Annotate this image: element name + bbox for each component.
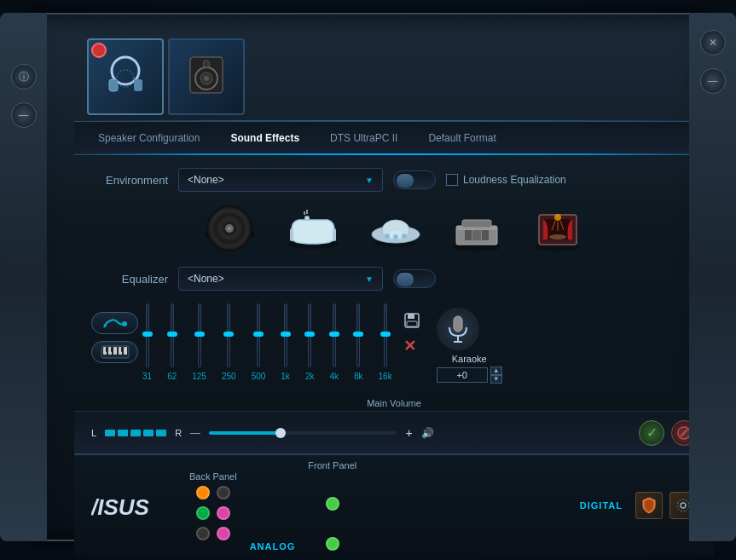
equalizer-toggle-knob — [397, 273, 414, 286]
environment-row: Environment <None> ▼ Loudness Equalizati… — [91, 168, 697, 192]
eq-slider-31[interactable] — [146, 303, 149, 367]
back-panel-dots-row3 — [196, 527, 230, 540]
back-panel-pink2-dot[interactable] — [217, 527, 230, 540]
environment-toggle[interactable] — [393, 170, 436, 189]
karaoke-value: +0 — [437, 367, 488, 383]
eq-band-125: 125 — [192, 303, 206, 381]
back-panel-green-dot[interactable] — [196, 506, 210, 520]
environment-icons — [91, 205, 697, 254]
volume-ok-btn[interactable]: ✓ — [639, 420, 664, 446]
back-panel-pink-dot[interactable] — [217, 506, 230, 520]
eq-slider-62[interactable] — [171, 303, 174, 367]
tab-speaker-config[interactable]: Speaker Configuration — [83, 128, 215, 148]
tab-dts[interactable]: DTS UltraPC II — [315, 128, 413, 148]
volume-plus-label: + — [405, 426, 412, 440]
svg-point-12 — [228, 227, 231, 230]
environment-toggle-knob — [397, 174, 414, 188]
svg-line-55 — [681, 430, 687, 436]
back-panel-black-dot[interactable] — [217, 486, 230, 499]
right-minimize-btn[interactable]: — — [700, 68, 726, 94]
eq-slider-500[interactable] — [257, 303, 260, 367]
svg-rect-29 — [465, 230, 472, 240]
top-icon-bar — [74, 27, 714, 125]
eq-knob-16k — [380, 332, 391, 337]
env-icon-bathtub[interactable] — [283, 205, 343, 254]
close-btn[interactable]: ✕ — [700, 30, 726, 55]
volume-slider[interactable] — [209, 431, 397, 435]
environment-dropdown[interactable]: <None> ▼ — [178, 168, 383, 192]
eq-piano-btn[interactable] — [91, 341, 138, 363]
eq-knob-62 — [167, 332, 177, 337]
svg-rect-46 — [111, 347, 113, 352]
svg-rect-31 — [472, 230, 481, 240]
info-btn[interactable]: ⓘ — [11, 64, 37, 89]
karaoke-mic-icon — [437, 308, 479, 350]
svg-point-24 — [402, 234, 407, 239]
speaker-tab[interactable] — [168, 38, 245, 115]
equalizer-row: Equalizer <None> ▼ — [91, 267, 697, 291]
loudness-label: Loudness Equalization — [463, 174, 566, 186]
nav-tabs: Speaker Configuration Sound Effects DTS … — [74, 121, 714, 155]
vol-seg-2 — [118, 430, 128, 436]
env-icon-ufo[interactable] — [368, 205, 424, 254]
front-panel-lime2-dot[interactable] — [326, 537, 339, 551]
bottom-right-icons — [635, 492, 697, 519]
karaoke-increment-btn[interactable]: ▲ — [490, 367, 502, 375]
svg-rect-2 — [134, 79, 142, 91]
loudness-equalization[interactable]: Loudness Equalization — [446, 174, 566, 186]
env-icon-theater[interactable] — [530, 205, 586, 254]
eq-save-btn[interactable] — [403, 312, 424, 332]
eq-slider-125[interactable] — [198, 303, 201, 367]
svg-rect-14 — [290, 228, 293, 241]
tab-default-format[interactable]: Default Format — [413, 128, 511, 148]
eq-label-125: 125 — [192, 372, 206, 381]
shield-icon-btn[interactable] — [635, 492, 663, 519]
minimize-btn[interactable]: — — [11, 102, 37, 128]
back-panel-orange-dot[interactable] — [196, 486, 210, 499]
back-panel-label: Back Panel — [189, 471, 237, 482]
eq-label-2k: 2k — [305, 372, 315, 381]
headphones-tab[interactable] — [87, 38, 164, 115]
eq-band-62: 62 — [167, 303, 177, 381]
volume-slider-knob — [275, 428, 286, 438]
equalizer-dropdown-arrow: ▼ — [365, 274, 374, 284]
eq-slider-8k[interactable] — [356, 303, 360, 367]
right-side-panel: ✕ — — [689, 13, 736, 541]
back-panel-black2-dot[interactable] — [196, 527, 210, 540]
tab-sound-effects[interactable]: Sound Effects — [215, 128, 315, 148]
env-icon-vinyl[interactable] — [202, 205, 258, 254]
eq-close-btn[interactable]: ✕ — [403, 337, 424, 357]
karaoke-label: Karaoke — [437, 354, 502, 364]
volume-right-label: R — [175, 428, 182, 438]
svg-rect-50 — [407, 321, 417, 326]
nav-divider — [74, 153, 714, 155]
svg-text:/ISUS: /ISUS — [91, 494, 150, 520]
eq-label-62: 62 — [167, 372, 177, 381]
eq-slider-2k[interactable] — [308, 303, 311, 367]
loudness-checkbox[interactable] — [446, 174, 458, 186]
eq-band-1k: 1k — [281, 303, 290, 381]
front-panel-lime-dot[interactable] — [326, 497, 339, 511]
eq-slider-16k[interactable] — [384, 303, 387, 367]
eq-band-500: 500 — [252, 303, 266, 381]
karaoke-stepper: +0 ▲ ▼ — [437, 367, 502, 384]
eq-slider-250[interactable] — [227, 303, 230, 367]
karaoke-decrement-btn[interactable]: ▼ — [490, 375, 502, 384]
svg-point-22 — [385, 234, 390, 239]
eq-knob-1k — [281, 332, 291, 337]
eq-band-4k: 4k — [329, 303, 339, 381]
environment-dropdown-value: <None> — [188, 174, 224, 186]
svg-rect-51 — [454, 316, 462, 332]
back-panel-dots-row2 — [196, 506, 230, 520]
eq-guitar-btn[interactable] — [91, 312, 138, 334]
eq-slider-1k[interactable] — [284, 303, 287, 367]
eq-label-31: 31 — [142, 372, 152, 381]
eq-label-500: 500 — [252, 372, 266, 381]
front-panel-dots — [326, 497, 339, 511]
equalizer-dropdown[interactable]: <None> ▼ — [178, 267, 383, 291]
volume-bar: L R — + 🔊 ✓ — [74, 411, 714, 453]
eq-slider-4k[interactable] — [333, 303, 336, 367]
eq-knob-250 — [223, 332, 234, 337]
env-icon-box[interactable] — [449, 205, 505, 254]
equalizer-toggle[interactable] — [393, 269, 436, 288]
